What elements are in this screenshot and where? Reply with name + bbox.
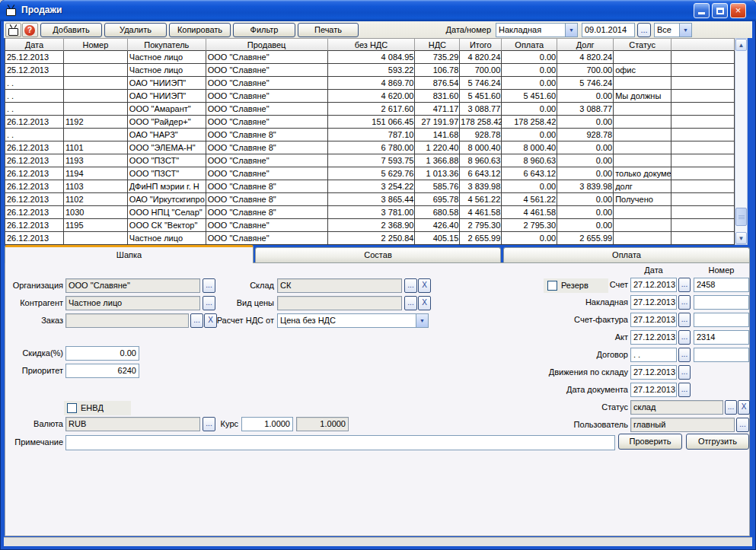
doc-date-picker-button[interactable]: ...: [678, 330, 691, 345]
warehouse-picker-button[interactable]: ...: [404, 278, 417, 293]
warehouse-clear-button[interactable]: X: [418, 278, 431, 293]
user-field[interactable]: главный: [630, 418, 735, 432]
date-filter-input[interactable]: 09.01.2014: [582, 23, 635, 37]
doc-number-field[interactable]: [694, 295, 749, 310]
scope-select[interactable]: Все▼: [654, 23, 692, 37]
org-field[interactable]: ООО "Славяне": [65, 278, 200, 293]
table-row[interactable]: 26.12.20131030ООО НПЦ "Селар"ООО "Славян…: [5, 206, 735, 219]
date-more-button[interactable]: ...: [637, 23, 651, 37]
table-cell: . .: [5, 129, 64, 141]
price-type-picker-button[interactable]: ...: [404, 296, 417, 310]
chevron-down-icon: ▼: [416, 314, 428, 327]
priority-field[interactable]: 6240: [65, 364, 139, 378]
scroll-down-icon[interactable]: ▼: [735, 232, 747, 244]
envd-checkbox[interactable]: [67, 403, 77, 413]
doc-date-picker-button[interactable]: ...: [678, 313, 691, 327]
user-picker-button[interactable]: ...: [736, 418, 749, 432]
column-header[interactable]: Долг: [557, 38, 614, 51]
doc-date-field[interactable]: 27.12.2013: [630, 383, 677, 397]
status-clear-button[interactable]: X: [738, 400, 750, 415]
doc-type-select[interactable]: Накладная▼: [496, 23, 578, 37]
doc-date-field[interactable]: 27.12.2013: [630, 330, 677, 345]
tab-oplata[interactable]: Оплата: [503, 247, 750, 263]
ship-button[interactable]: Отгрузить: [686, 434, 749, 450]
doc-date-field[interactable]: 27.12.2013: [630, 313, 677, 327]
doc-date-picker-button[interactable]: ...: [678, 278, 691, 292]
contragent-field[interactable]: Частное лицо: [65, 296, 200, 310]
table-row[interactable]: 26.12.20131194ООО "ПЗСТ"ООО "Славяне"5 6…: [5, 167, 735, 180]
warehouse-field[interactable]: СК: [277, 278, 402, 293]
delete-button[interactable]: Удалить: [104, 23, 167, 37]
doc-date-picker-button[interactable]: ...: [678, 295, 691, 310]
verify-button[interactable]: Проверить: [618, 434, 682, 450]
currency-field[interactable]: RUB: [65, 417, 200, 431]
table-row[interactable]: . .ООО "Амарант"ООО "Славяне"2 617.60471…: [5, 103, 735, 116]
table-row[interactable]: . .ОАО "НИИЭП"ООО "Славяне"4 620.00831.6…: [5, 90, 735, 103]
close-button[interactable]: ×: [730, 3, 746, 18]
table-cell: долг: [614, 180, 671, 193]
table-cell: 26.12.2013: [5, 232, 64, 245]
column-header[interactable]: без НДС: [328, 38, 416, 51]
order-field[interactable]: [65, 313, 189, 328]
minimize-button[interactable]: [694, 3, 710, 18]
table-row[interactable]: 26.12.20131192ООО "Райдер+"ООО "Славяне"…: [5, 116, 735, 129]
rate-field[interactable]: 1.0000: [241, 417, 293, 431]
maximize-button[interactable]: [712, 3, 728, 18]
column-header[interactable]: Дата: [5, 38, 64, 51]
table-cell: [671, 77, 735, 90]
table-row[interactable]: 26.12.20131101ООО "ЭЛЕМА-Н"ООО "Славяне …: [5, 141, 735, 154]
doc-date-picker-button[interactable]: ...: [678, 365, 691, 380]
add-button[interactable]: Добавить: [40, 23, 102, 37]
copy-button[interactable]: Копировать: [169, 23, 231, 37]
print-button[interactable]: Печать: [298, 23, 359, 37]
column-header[interactable]: Покупатель: [128, 38, 206, 51]
order-picker-button[interactable]: ...: [190, 313, 203, 328]
doc-number-field[interactable]: [694, 348, 749, 362]
column-header[interactable]: НДС: [415, 38, 460, 51]
tv-icon-button[interactable]: [5, 23, 21, 37]
table-cell: [64, 51, 128, 64]
doc-date-picker-button[interactable]: ...: [678, 348, 691, 362]
status-picker-button[interactable]: ...: [725, 400, 737, 415]
table-cell: 27 191.97: [415, 116, 460, 129]
doc-date-field[interactable]: 27.12.2013: [630, 365, 677, 380]
table-row[interactable]: 26.12.20131102ОАО "ИркутскгипроООО "Слав…: [5, 193, 735, 206]
table-row[interactable]: 26.12.2013Частное лицоООО "Славяне"2 250…: [5, 232, 735, 245]
table-row[interactable]: 26.12.20131193ООО "ПЗСТ"ООО "Славяне"7 5…: [5, 154, 735, 167]
column-header[interactable]: Оплата: [502, 38, 557, 51]
price-type-clear-button[interactable]: X: [418, 296, 431, 310]
filter-button[interactable]: Фильтр: [233, 23, 295, 37]
tab-shapka[interactable]: Шапка: [5, 245, 254, 263]
title-bar[interactable]: Продажи ×: [0, 0, 756, 21]
table-cell: [614, 129, 671, 141]
scroll-up-icon[interactable]: ▲: [735, 39, 747, 51]
discount-field[interactable]: 0.00: [65, 346, 139, 361]
column-header[interactable]: Номер: [64, 38, 128, 51]
table-row[interactable]: 25.12.2013Частное лицоООО "Славяне"4 084…: [5, 51, 735, 64]
column-header[interactable]: Итого: [460, 38, 502, 51]
doc-number-field[interactable]: 2458: [694, 278, 749, 292]
table-row[interactable]: 25.12.2013Частное лицоООО "Славяне"593.2…: [5, 64, 735, 77]
doc-date-picker-button[interactable]: ...: [678, 383, 691, 397]
table-scrollbar[interactable]: ▲ ▼: [735, 38, 748, 245]
status-field[interactable]: склад: [630, 400, 723, 415]
note-field[interactable]: [65, 435, 615, 450]
table-row[interactable]: . .ОАО "НИИЭП"ООО "Славяне"4 869.70876.5…: [5, 77, 735, 90]
column-header[interactable]: Продавец: [206, 38, 328, 51]
doc-number-field[interactable]: [694, 313, 749, 327]
table-row[interactable]: 26.12.20131195ООО СК "Вектор"ООО "Славян…: [5, 219, 735, 232]
table-row[interactable]: 26.12.20131103ДФиНП мэрии г. НООО "Славя…: [5, 180, 735, 193]
table-row[interactable]: . .ОАО "НАРЗ"ООО "Славяне 8"787.10141.68…: [5, 129, 735, 141]
doc-date-field[interactable]: . .: [630, 348, 677, 362]
column-header[interactable]: [671, 38, 735, 51]
column-header[interactable]: Статус: [614, 38, 671, 51]
help-icon-button[interactable]: [22, 23, 38, 37]
tab-sostav[interactable]: Состав: [255, 247, 501, 263]
doc-date-field[interactable]: 27.12.2013: [630, 278, 677, 292]
currency-picker-button[interactable]: ...: [203, 417, 215, 431]
doc-number-field[interactable]: 2314: [694, 330, 749, 345]
vat-calc-select[interactable]: Цена без НДС▼: [277, 313, 429, 328]
doc-date-field[interactable]: 27.12.2013: [630, 295, 677, 310]
scroll-thumb[interactable]: [735, 208, 747, 226]
price-type-field[interactable]: [277, 296, 402, 310]
